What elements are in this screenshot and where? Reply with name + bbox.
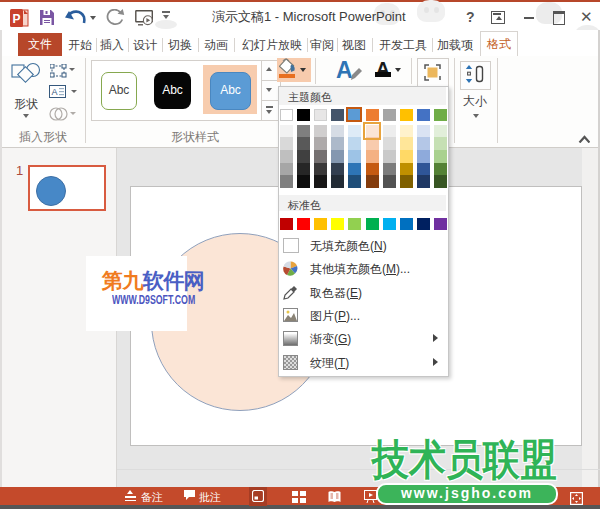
svg-text:A: A <box>52 87 58 97</box>
svg-text:P: P <box>13 12 21 26</box>
